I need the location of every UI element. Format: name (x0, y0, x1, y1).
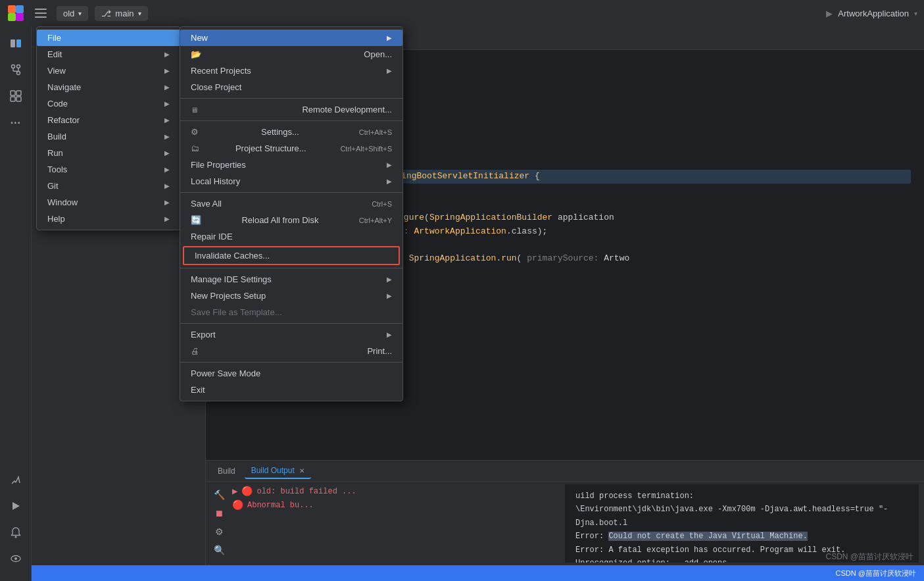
run-config-selector[interactable]: ▶ ArtworkApplication ▾ (826, 9, 917, 18)
settings-icon[interactable]: ⚙ (211, 524, 227, 540)
submenu-item-exit[interactable]: Exit (180, 382, 402, 398)
submenu-item-close-project[interactable]: Close Project (180, 79, 402, 95)
error-line-2: \Environment\jdk\bin\java.exe -Xmx700m -… (575, 503, 908, 530)
menu-item-window[interactable]: Window ▶ (37, 194, 180, 211)
arrow-icon: ▶ (387, 331, 392, 338)
submenu-label: Save All (191, 199, 222, 209)
submenu-label: Repair IDE (191, 232, 233, 241)
git-branch-selector[interactable]: ⎇ main ▾ (95, 6, 147, 21)
file-submenu[interactable]: New ▶ 📂 Open... Recent Projects ▶ Close … (180, 26, 403, 401)
sidebar-item-more[interactable]: ⋯ (4, 111, 28, 134)
svg-rect-0 (8, 5, 16, 13)
arrow-icon: ▶ (164, 51, 170, 58)
submenu-item-new-projects-setup[interactable]: New Projects Setup ▶ (180, 288, 402, 304)
bottom-tab-build-output[interactable]: Build Output ✕ (245, 463, 311, 479)
menu-item-file[interactable]: File (37, 30, 180, 46)
chevron-icon: ▾ (138, 10, 141, 17)
file-menu[interactable]: File Edit ▶ View ▶ Navigate ▶ Code ▶ Ref… (36, 26, 181, 230)
submenu-item-new[interactable]: New ▶ (180, 30, 402, 46)
svg-rect-14 (11, 97, 15, 101)
arrow-icon: ▶ (164, 67, 170, 74)
submenu-item-invalidate-caches[interactable]: Invalidate Caches... (183, 246, 400, 265)
submenu-item-settings[interactable]: ⚙ Settings... Ctrl+Alt+S (180, 124, 402, 140)
menu-label: Run (47, 148, 63, 158)
project-branch-selector[interactable]: old ▾ (57, 6, 88, 21)
submenu-item-project-structure[interactable]: 🗂 Project Structure... Ctrl+Alt+Shift+S (180, 140, 402, 157)
submenu-item-repair-ide[interactable]: Repair IDE (180, 228, 402, 245)
menu-label: Help (47, 214, 65, 224)
status-bar: CSDN @苗苗讨厌软浸叶 (32, 565, 924, 581)
arrow-icon: ▶ (387, 34, 392, 41)
submenu-label: New Projects Setup (191, 291, 266, 301)
sidebar-item-project[interactable] (4, 32, 28, 55)
run-config-name: ArtworkApplication (838, 9, 909, 18)
submenu-item-local-history[interactable]: Local History ▶ (180, 173, 402, 189)
menu-label: File (47, 33, 61, 43)
sidebar-build-icon[interactable] (4, 468, 28, 492)
hammer-icon[interactable]: 🔨 (211, 487, 227, 503)
sidebar-item-vcs[interactable] (4, 58, 28, 82)
sidebar-run-icon[interactable] (4, 494, 28, 518)
submenu-item-recent-projects[interactable]: Recent Projects ▶ (180, 63, 402, 79)
submenu-label: Settings... (261, 127, 299, 137)
submenu-label: Reload All from Disk (241, 215, 318, 225)
menu-item-tools[interactable]: Tools ▶ (37, 161, 180, 178)
menu-item-edit[interactable]: Edit ▶ (37, 46, 180, 63)
svg-rect-4 (11, 39, 15, 47)
error-icon: ▶ (232, 486, 237, 497)
submenu-label: Local History (191, 176, 240, 186)
menu-item-git[interactable]: Git ▶ (37, 178, 180, 194)
svg-rect-2 (8, 13, 16, 21)
submenu-item-file-properties[interactable]: File Properties ▶ (180, 157, 402, 173)
submenu-item-remote-dev[interactable]: 🖥 Remote Development... (180, 101, 402, 118)
svg-rect-13 (16, 91, 21, 95)
error-badge: 🔴 (241, 486, 253, 497)
chevron-icon: ▾ (914, 10, 917, 17)
menu-label: Code (47, 99, 68, 109)
arrow-icon: ▶ (164, 166, 170, 173)
hamburger-button[interactable] (32, 4, 50, 22)
arrow-icon: ▶ (164, 182, 170, 189)
submenu-item-export[interactable]: Export ▶ (180, 326, 402, 343)
sidebar-eye-icon[interactable] (4, 547, 28, 570)
menu-item-help[interactable]: Help ▶ (37, 211, 180, 227)
watermark: CSDN @苗苗讨厌软浸叶 (825, 551, 913, 563)
menu-divider (180, 268, 402, 268)
tab-close-icon[interactable]: ✕ (299, 467, 304, 474)
menu-divider (180, 98, 402, 99)
menu-item-refactor[interactable]: Refactor ▶ (37, 112, 180, 128)
submenu-item-manage-ide[interactable]: Manage IDE Settings ▶ (180, 271, 402, 288)
stop-icon[interactable]: ⏹ (211, 505, 227, 521)
menu-item-navigate[interactable]: Navigate ▶ (37, 79, 180, 95)
submenu-label: Export (191, 330, 216, 340)
submenu-item-reload[interactable]: 🔄 Reload All from Disk Ctrl+Alt+Y (180, 212, 402, 228)
title-bar: old ▾ ⎇ main ▾ ▶ ArtworkApplication ▾ (0, 0, 924, 26)
menu-item-run[interactable]: Run ▶ (37, 145, 180, 161)
sidebar-item-structure[interactable] (4, 84, 28, 108)
submenu-item-open[interactable]: 📂 Open... (180, 46, 402, 63)
status-text: CSDN @苗苗讨厌软浸叶 (836, 568, 916, 578)
chevron-icon: ▾ (78, 10, 82, 17)
submenu-label: Project Structure... (235, 143, 306, 153)
build-item-failed: ▶ 🔴 old: build failed ... (232, 484, 565, 498)
svg-point-17 (14, 536, 16, 538)
submenu-label: Invalidate Caches... (195, 251, 270, 261)
submenu-item-save-all[interactable]: Save All Ctrl+S (180, 195, 402, 212)
bottom-tab-build[interactable]: Build (211, 464, 242, 478)
filter-icon[interactable]: 🔍 (211, 542, 227, 558)
svg-rect-15 (16, 97, 21, 101)
menu-divider (180, 192, 402, 193)
remote-icon: 🖥 (191, 106, 201, 114)
menu-item-view[interactable]: View ▶ (37, 63, 180, 79)
submenu-item-power-save[interactable]: Power Save Mode (180, 365, 402, 382)
reload-icon: 🔄 (191, 215, 201, 225)
shortcut-label: Ctrl+Alt+Shift+S (340, 145, 392, 153)
menu-item-build[interactable]: Build ▶ (37, 128, 180, 145)
submenu-label: Save File as Template... (191, 307, 282, 317)
build-item-abnormal: 🔴 Abnormal bu... (232, 498, 565, 512)
submenu-item-print[interactable]: 🖨 Print... (180, 343, 402, 359)
svg-rect-12 (11, 91, 15, 95)
menu-item-code[interactable]: Code ▶ (37, 95, 180, 112)
sidebar-notifications-icon[interactable] (4, 520, 28, 544)
arrow-icon: ▶ (164, 100, 170, 107)
